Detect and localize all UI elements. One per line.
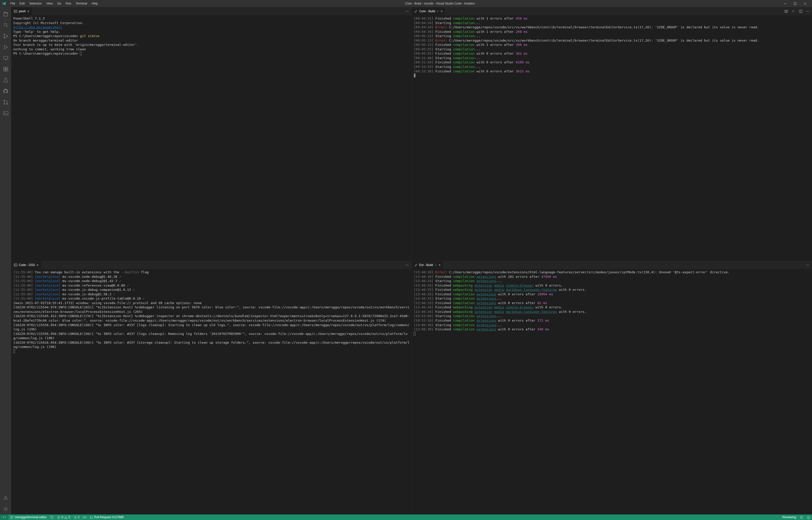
svg-point-26: [75, 517, 75, 518]
pull-request-label: Pull Request #127889: [94, 516, 124, 519]
main: pwsh × ⋯ PowerShell 7.1.3Copyright (c) M…: [0, 7, 812, 515]
tools-icon: [414, 9, 418, 13]
svg-rect-9: [4, 69, 5, 71]
vscode-insiders-icon: [2, 1, 6, 5]
close-icon[interactable]: ×: [27, 9, 29, 13]
minimize-button[interactable]: [780, 0, 790, 7]
terminal-button[interactable]: [0, 108, 11, 119]
ports-item[interactable]: 2: [72, 515, 81, 520]
feedback-item[interactable]: [798, 515, 805, 520]
search-button[interactable]: [0, 20, 11, 31]
svg-point-15: [5, 496, 6, 498]
svg-point-23: [11, 518, 11, 519]
svg-point-13: [6, 103, 8, 104]
titlebar: FileEditSelectionViewGoRunTerminalHelp C…: [0, 0, 812, 7]
svg-rect-18: [785, 10, 786, 12]
menu-view[interactable]: View: [44, 1, 55, 6]
menubar: FileEditSelectionViewGoRunTerminalHelp: [8, 1, 100, 6]
svg-rect-1: [794, 2, 796, 5]
pane-top-left: pwsh × ⋯ PowerShell 7.1.3Copyright (c) M…: [11, 7, 411, 261]
reviewing-item[interactable]: Reviewing: [781, 515, 798, 520]
tab-label: Ext - Build: [419, 263, 433, 267]
pull-requests-button[interactable]: [0, 97, 11, 108]
close-icon[interactable]: ×: [36, 263, 39, 267]
svg-rect-21: [14, 264, 17, 266]
check-icon: ✓: [437, 9, 439, 13]
more-actions-button[interactable]: ⋯: [805, 263, 810, 267]
pane-bottom-right: Ext - Build ✓ × ⋯ [13:46:10] Error: C:/U…: [411, 261, 812, 515]
reviewing-label: Reviewing: [782, 516, 796, 519]
menu-selection[interactable]: Selection: [27, 1, 44, 6]
layout-button[interactable]: [798, 9, 804, 14]
svg-rect-8: [6, 67, 8, 69]
split-button[interactable]: [783, 9, 789, 14]
more-actions-button[interactable]: ⋯: [405, 263, 409, 267]
terminal-ext-build[interactable]: [13:46:10] Error: C:/Users/merogge/repos…: [412, 269, 812, 515]
pull-request-item[interactable]: Pull Request #127889: [88, 515, 125, 520]
svg-point-5: [6, 35, 8, 37]
run-debug-button[interactable]: [0, 42, 11, 53]
menu-edit[interactable]: Edit: [17, 1, 27, 6]
editor-grid: pwsh × ⋯ PowerShell 7.1.3Copyright (c) M…: [11, 7, 812, 515]
svg-point-4: [4, 37, 5, 38]
error-count: 0: [61, 516, 63, 519]
terminal-code-oss[interactable]: [11:55:40] You can manage built-in exten…: [11, 269, 411, 515]
terminal-icon: [14, 263, 17, 267]
tab-pwsh[interactable]: pwsh ×: [11, 7, 32, 15]
svg-point-3: [4, 34, 5, 35]
explorer-button[interactable]: [0, 8, 11, 20]
more-actions-button[interactable]: ⋯: [805, 9, 810, 14]
terminal-pwsh[interactable]: PowerShell 7.1.3Copyright (c) Microsoft …: [11, 15, 411, 261]
menu-file[interactable]: File: [8, 1, 17, 6]
tabs-top-left: pwsh × ⋯: [11, 7, 411, 15]
source-control-button[interactable]: [0, 31, 11, 42]
remote-indicator[interactable]: [0, 515, 8, 520]
pane-bottom-left: Code - OSS × ⋯ [11:55:40] You can manage…: [11, 261, 411, 515]
svg-point-16: [5, 508, 6, 510]
svg-rect-17: [14, 10, 17, 12]
terminal-core-build[interactable]: [09:04:31] Finished compilation with 1 e…: [412, 15, 812, 261]
tab-ext-build[interactable]: Ext - Build ✓ ×: [412, 261, 443, 269]
notifications-item[interactable]: [805, 515, 812, 520]
terminal-icon: [14, 9, 17, 13]
tabs-bottom-right: Ext - Build ✓ × ⋯: [412, 261, 812, 269]
svg-rect-0: [784, 3, 786, 4]
accounts-button[interactable]: [0, 492, 11, 503]
testing-button[interactable]: [0, 75, 11, 86]
svg-point-11: [4, 100, 5, 101]
svg-point-2: [4, 23, 7, 26]
warning-count: 0: [69, 516, 70, 519]
svg-point-24: [12, 516, 13, 517]
menu-help[interactable]: Help: [90, 1, 100, 6]
activitybar: [0, 7, 11, 515]
menu-go[interactable]: Go: [55, 1, 64, 6]
maximize-button[interactable]: [790, 0, 800, 7]
problems-item[interactable]: 0 0: [55, 515, 72, 520]
check-icon: ✓: [435, 263, 437, 267]
more-actions-button[interactable]: ⋯: [405, 9, 409, 14]
remote-explorer-button[interactable]: [0, 53, 11, 63]
extensions-button[interactable]: [0, 63, 11, 75]
close-icon[interactable]: ×: [440, 9, 442, 13]
svg-point-29: [90, 518, 91, 519]
sync-item[interactable]: [48, 515, 55, 520]
radio-item[interactable]: [81, 515, 88, 520]
tab-core-build[interactable]: Core - Build ✓ ×: [412, 7, 446, 15]
svg-rect-7: [4, 67, 5, 69]
branch-item[interactable]: merogge/terminal-editor: [8, 515, 48, 520]
close-button[interactable]: [800, 0, 810, 7]
ports-count: 2: [78, 516, 80, 519]
close-icon[interactable]: ×: [438, 263, 440, 267]
tab-code-oss[interactable]: Code - OSS ×: [11, 261, 41, 269]
svg-point-22: [11, 516, 11, 517]
github-button[interactable]: [0, 86, 11, 97]
window-title: Core - Build - vscode - Visual Studio Co…: [100, 2, 780, 5]
menu-terminal[interactable]: Terminal: [73, 1, 89, 6]
svg-point-30: [92, 518, 93, 519]
branch-name: merogge/terminal-editor: [15, 516, 47, 519]
menu-run[interactable]: Run: [64, 1, 73, 6]
settings-button[interactable]: [0, 503, 11, 515]
new-terminal-button[interactable]: ＋˅: [790, 8, 796, 14]
window-controls: [780, 0, 810, 7]
tab-label: Core - Build: [419, 9, 435, 13]
